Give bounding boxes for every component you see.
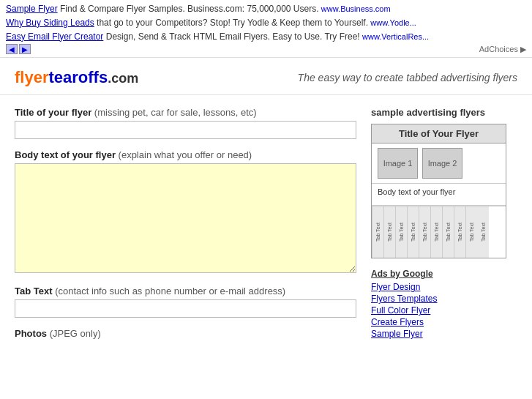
- logo-flyer: flyer: [15, 68, 48, 86]
- flyer-tabs: Tab Text Tab Text Tab Text Tab Text Tab …: [372, 206, 506, 258]
- tab-label-note: (contact info such as phone number or e-…: [53, 286, 286, 297]
- ad-body-1: Find & Compare Flyer Samples. Business.c…: [60, 4, 321, 14]
- body-group: Body text of your flyer (explain what yo…: [15, 149, 356, 275]
- tab-group: Tab Text (contact info such as phone num…: [15, 286, 356, 318]
- ad-banner: Sample Flyer Find & Compare Flyer Sample…: [0, 0, 532, 58]
- sample-title: sample advertising flyers: [371, 107, 517, 118]
- ad-row-1: Sample Flyer Find & Compare Flyer Sample…: [6, 3, 526, 15]
- ad-arrows: ◀ ▶: [6, 44, 31, 54]
- flyer-tab-8: Tab Text: [454, 206, 465, 258]
- body-label-main: Body text of your flyer: [15, 149, 116, 160]
- ads-google-link-4[interactable]: Create Flyers: [371, 317, 517, 327]
- photos-group: Photos (JPEG only): [15, 328, 356, 339]
- ad-source-2[interactable]: www.Yodle...: [370, 18, 416, 27]
- ads-links: Flyer DesignFlyers TemplatesFull Color F…: [371, 282, 517, 339]
- flyer-preview-header: Title of Your Flyer: [372, 124, 506, 143]
- ads-google-link-3[interactable]: Full Color Flyer: [371, 305, 517, 316]
- flyer-tab-7: Tab Text: [442, 206, 454, 258]
- title-group: Title of your flyer (missing pet, car fo…: [15, 107, 356, 139]
- ad-body-2: that go to your Competitors? Stop! Try Y…: [97, 18, 370, 28]
- tab-label: Tab Text (contact info such as phone num…: [15, 286, 356, 297]
- photos-label-main: Photos: [15, 328, 47, 339]
- flyer-preview-images: Image 1 Image 2: [372, 143, 506, 184]
- tagline: The easy way to create tabbed advertisin…: [298, 72, 517, 83]
- tab-input[interactable]: [15, 299, 356, 318]
- ads-google-link-2[interactable]: Flyers Templates: [371, 294, 517, 304]
- flyer-tab-10: Tab Text: [477, 206, 489, 258]
- right-panel: sample advertising flyers Title of Your …: [371, 107, 517, 349]
- ad-row-3: Easy Email Flyer Creator Design, Send & …: [6, 31, 526, 43]
- ad-source-3[interactable]: www.VerticalRes...: [362, 32, 429, 41]
- photos-label-note: (JPEG only): [47, 328, 101, 339]
- body-label: Body text of your flyer (explain what yo…: [15, 149, 356, 160]
- title-label-main: Title of your flyer: [15, 107, 91, 118]
- title-label: Title of your flyer (missing pet, car fo…: [15, 107, 356, 118]
- ad-link-3[interactable]: Easy Email Flyer Creator: [6, 31, 103, 42]
- ads-section: Ads by Google Flyer DesignFlyers Templat…: [371, 269, 517, 339]
- image-placeholder-1: Image 1: [378, 148, 418, 179]
- flyer-tab-9: Tab Text: [465, 206, 477, 258]
- flyer-tab-6: Tab Text: [430, 206, 442, 258]
- flyer-preview-body: Body text of your flyer: [372, 184, 506, 206]
- ad-source-1[interactable]: www.Business.com: [321, 4, 391, 13]
- image-placeholder-2: Image 2: [422, 148, 462, 179]
- ad-choices[interactable]: AdChoices ▶: [479, 45, 526, 54]
- title-label-note: (missing pet, car for sale, lessons, etc…: [91, 107, 256, 118]
- ads-google-link-1[interactable]: Flyer Design: [371, 282, 517, 292]
- body-label-note: (explain what you offer or need): [116, 149, 252, 160]
- form-section: Title of your flyer (missing pet, car fo…: [15, 107, 356, 349]
- main-layout: Title of your flyer (missing pet, car fo…: [0, 95, 532, 361]
- ads-google-link-5[interactable]: Sample Flyer: [371, 329, 517, 339]
- flyer-tab-4: Tab Text: [407, 206, 419, 258]
- flyer-tab-2: Tab Text: [383, 206, 395, 258]
- logo-tearoffs: tearoffs: [48, 68, 108, 86]
- flyer-preview: Title of Your Flyer Image 1 Image 2 Body…: [371, 124, 506, 258]
- tab-label-main: Tab Text: [15, 286, 53, 297]
- ad-link-1[interactable]: Sample Flyer: [6, 4, 58, 14]
- photos-label: Photos (JPEG only): [15, 328, 356, 339]
- ad-link-2[interactable]: Why Buy Siding Leads: [6, 18, 94, 28]
- flyer-tab-5: Tab Text: [419, 206, 430, 258]
- ad-row-2: Why Buy Siding Leads that go to your Com…: [6, 17, 526, 29]
- flyer-tab-1: Tab Text: [372, 206, 383, 258]
- site-header: flyertearoffs.com The easy way to create…: [0, 58, 532, 95]
- logo-com: .com: [108, 71, 138, 86]
- ad-navigation: ◀ ▶ AdChoices ▶: [6, 44, 526, 54]
- ad-body-3: Design, Send & Track HTML Email Flyers. …: [106, 31, 362, 42]
- next-ad-button[interactable]: ▶: [19, 44, 31, 54]
- body-textarea[interactable]: [15, 163, 356, 273]
- logo: flyertearoffs.com: [15, 68, 138, 87]
- prev-ad-button[interactable]: ◀: [6, 44, 18, 54]
- ads-title: Ads by Google: [371, 269, 517, 279]
- flyer-tab-3: Tab Text: [395, 206, 407, 258]
- title-input[interactable]: [15, 121, 356, 139]
